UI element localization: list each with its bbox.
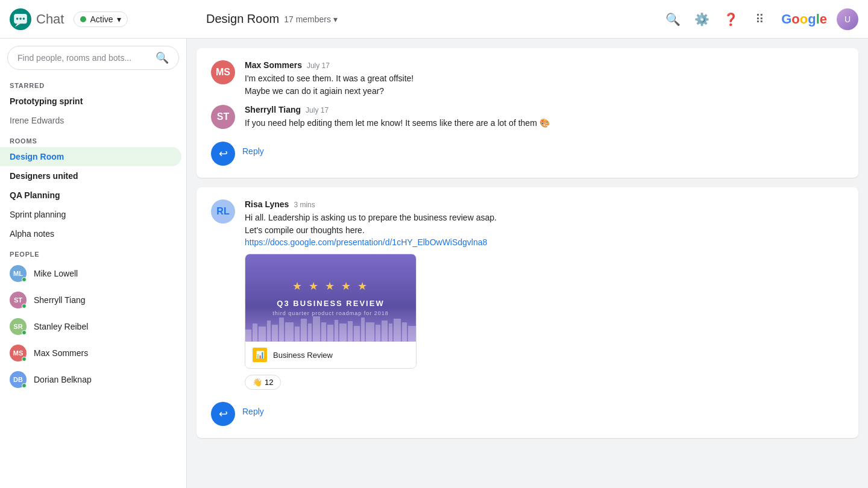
main-content: MS Max Sommers July 17 I'm excited to se… — [187, 39, 868, 488]
sidebar-item-label: Alpha notes — [10, 229, 54, 239]
person-avatar-sherryll-tiang: ST — [10, 292, 27, 308]
message-group-max-sommers: MS Max Sommers July 17 I'm excited to se… — [211, 60, 844, 98]
header-center: Design Room 17 members ▾ — [197, 12, 661, 26]
preview-doc-name: Business Review — [273, 351, 333, 360]
reply-row-2: ↩ Reply — [211, 397, 844, 426]
apps-button[interactable]: ⠿ — [747, 7, 772, 31]
svg-rect-10 — [279, 318, 284, 342]
msg-text: I'm excited to see them. It was a great … — [245, 72, 844, 98]
room-title: Design Room — [206, 12, 279, 26]
svg-rect-5 — [245, 330, 251, 342]
members-badge[interactable]: 17 members ▾ — [284, 14, 338, 24]
sidebar-item-label: Mike Lowell — [34, 269, 78, 278]
city-silhouette-icon — [245, 311, 416, 342]
sidebar-item-prototyping-sprint[interactable]: Prototyping sprint — [0, 92, 181, 111]
msg-timestamp: July 17 — [307, 61, 330, 70]
msg-timestamp: July 17 — [306, 106, 329, 114]
svg-rect-24 — [376, 325, 380, 342]
sidebar-item-designers-united[interactable]: Designers united — [0, 166, 181, 186]
sidebar-item-label: Stanley Reibel — [34, 322, 88, 331]
sidebar-item-qa-planning[interactable]: QA Planning — [0, 186, 181, 205]
svg-rect-8 — [267, 321, 271, 342]
svg-rect-11 — [285, 322, 294, 342]
search-button[interactable]: 🔍 — [661, 7, 685, 31]
search-icon: 🔍 — [665, 12, 681, 27]
search-icon: 🔍 — [156, 51, 169, 64]
status-dot — [22, 383, 27, 388]
avatar-risa-lynes: RL — [211, 199, 235, 224]
person-avatar-max-sommers: MS — [10, 345, 27, 361]
chevron-down-icon: ▾ — [117, 14, 121, 24]
sidebar-item-design-room[interactable]: Design Room — [0, 147, 181, 166]
rooms-section-label: ROOMS — [0, 130, 186, 147]
sidebar-item-stanley-reibel[interactable]: SR Stanley Reibel — [0, 313, 181, 340]
app-title: Chat — [36, 11, 64, 27]
svg-rect-13 — [301, 319, 307, 342]
svg-rect-22 — [361, 318, 365, 342]
active-status-badge[interactable]: Active ▾ — [74, 11, 127, 27]
svg-rect-12 — [295, 327, 300, 342]
body-wrap: 🔍 STARRED Prototyping sprint Irene Edwar… — [0, 39, 868, 488]
svg-rect-29 — [408, 326, 416, 342]
sidebar-item-label: Irene Edwards — [10, 116, 64, 125]
grid-icon: ⠿ — [755, 12, 764, 27]
avatar-max-sommers: MS — [211, 60, 235, 84]
svg-rect-20 — [348, 321, 353, 342]
preview-footer: 📊 Business Review — [245, 342, 416, 368]
svg-rect-28 — [402, 322, 407, 342]
svg-rect-27 — [394, 319, 401, 342]
reply-label-2[interactable]: Reply — [242, 407, 264, 416]
help-button[interactable]: ❓ — [719, 7, 743, 31]
status-dot — [22, 304, 27, 308]
svg-rect-16 — [321, 322, 326, 342]
svg-rect-26 — [389, 324, 392, 342]
sidebar-item-dorian-belknap[interactable]: DB Dorian Belknap — [0, 366, 181, 393]
svg-rect-18 — [335, 320, 338, 342]
person-avatar-dorian-belknap: DB — [10, 371, 27, 388]
sidebar-item-alpha-notes[interactable]: Alpha notes — [0, 224, 181, 243]
slides-icon: 📊 — [253, 348, 267, 362]
msg-timestamp: 3 mins — [294, 201, 315, 209]
sidebar-item-label: Designers united — [10, 171, 78, 181]
reply-button-1[interactable]: ↩ — [211, 142, 235, 166]
members-chevron-icon: ▾ — [333, 14, 338, 24]
message-group-sherryll-tiang: ST Sherryll Tiang July 17 If you need he… — [211, 105, 844, 130]
app-header: Chat Active ▾ Design Room 17 members ▾ 🔍… — [0, 0, 868, 39]
svg-rect-21 — [354, 326, 360, 342]
sidebar-item-label: Sprint planning — [10, 210, 66, 219]
search-bar[interactable]: 🔍 — [7, 46, 179, 70]
reaction-pill[interactable]: 👋 12 — [245, 375, 281, 390]
reply-button-2[interactable]: ↩ — [211, 402, 235, 426]
avatar-sherryll-tiang: ST — [211, 105, 235, 129]
reply-label-1[interactable]: Reply — [242, 146, 264, 156]
message-card-1: MS Max Sommers July 17 I'm excited to se… — [197, 48, 858, 178]
svg-rect-6 — [253, 324, 257, 342]
svg-rect-17 — [327, 325, 333, 342]
svg-rect-23 — [366, 322, 374, 342]
msg-sender-name: Risa Lynes — [245, 199, 289, 209]
user-avatar[interactable]: U — [837, 8, 858, 30]
google-logo: Google — [781, 11, 827, 27]
msg-content-risa-lynes: Risa Lynes 3 mins Hi all. Leadership is … — [245, 199, 844, 390]
link-preview-card[interactable]: ★ ★ ★ ★ ★ Q3 BUSINESS REVIEW third quart… — [245, 254, 417, 369]
reaction-count: 12 — [265, 378, 273, 387]
search-input[interactable] — [17, 53, 151, 63]
svg-rect-19 — [339, 324, 347, 342]
settings-button[interactable]: ⚙️ — [690, 7, 714, 31]
preview-title: Q3 BUSINESS REVIEW — [277, 299, 384, 308]
svg-point-4 — [23, 17, 25, 20]
sidebar-item-label: Design Room — [10, 152, 64, 161]
msg-text: Hi all. Leadership is asking us to prepa… — [245, 211, 844, 237]
sidebar-item-label: Prototyping sprint — [10, 96, 83, 106]
svg-rect-25 — [382, 321, 388, 342]
sidebar-item-sherryll-tiang[interactable]: ST Sherryll Tiang — [0, 287, 181, 313]
sidebar-item-mike-lowell[interactable]: ML Mike Lowell — [0, 260, 181, 287]
sidebar-item-irene-edwards[interactable]: Irene Edwards — [0, 111, 181, 130]
svg-rect-7 — [259, 327, 266, 342]
sidebar-item-sprint-planning[interactable]: Sprint planning — [0, 205, 181, 224]
svg-point-2 — [16, 17, 19, 20]
msg-sender-name: Sherryll Tiang — [245, 105, 301, 114]
status-dot — [22, 357, 27, 361]
google-docs-link[interactable]: https://docs.google.com/presentation/d/1… — [245, 237, 487, 247]
sidebar-item-max-sommers[interactable]: MS Max Sommers — [0, 340, 181, 366]
